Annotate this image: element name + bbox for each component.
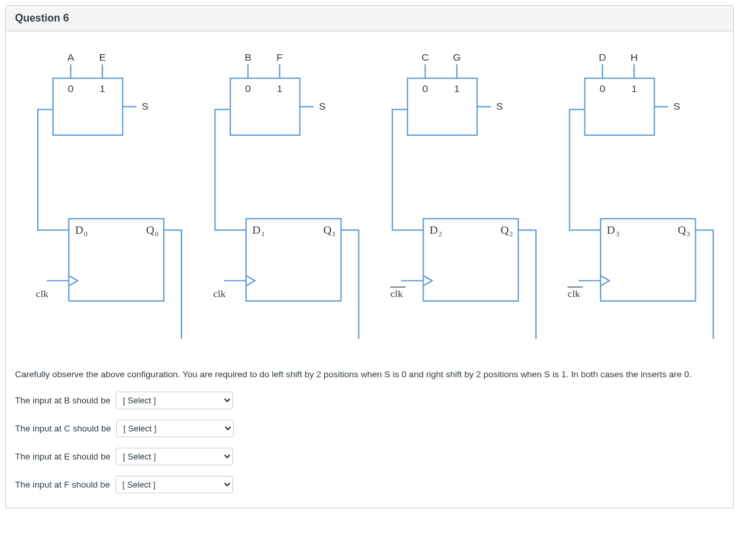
mux-box	[53, 78, 123, 135]
ff-d-sub: 1	[261, 230, 264, 238]
prompt-e-label: The input at E should be	[15, 452, 110, 461]
ff-clk-label: clk	[390, 288, 403, 299]
mux-top-a: A	[67, 52, 74, 63]
stage-0: AE01SD0Q0clk	[36, 52, 181, 339]
ff-clk-label: clk	[36, 288, 48, 299]
clk-triangle-icon	[69, 275, 78, 286]
prompt-row-b: The input at B should be [ Select ]	[15, 392, 724, 409]
wire-q-out	[518, 230, 536, 339]
select-c[interactable]: [ Select ]	[116, 420, 234, 437]
prompt-row-c: The input at C should be [ Select ]	[15, 420, 724, 437]
ff-d-label: D	[430, 223, 438, 236]
mux-sel: S	[673, 101, 680, 112]
prompt-b-label: The input at B should be	[15, 396, 110, 405]
select-e[interactable]: [ Select ]	[116, 448, 233, 465]
ff-d-label: D	[607, 223, 616, 236]
mux-top-a: B	[245, 52, 251, 63]
ff-d-label: D	[253, 223, 261, 236]
ff-clk-label: clk	[567, 288, 580, 299]
ff-q-label: Q	[146, 223, 155, 236]
select-b[interactable]: [ Select ]	[116, 392, 233, 409]
mux-in1: 1	[454, 83, 460, 94]
ff-d-sub: 0	[84, 230, 87, 238]
clk-triangle-icon	[246, 275, 255, 286]
question-body: .box { fill:none; stroke:#5b9bd5; stroke…	[6, 31, 733, 508]
mux-top-b: H	[631, 52, 638, 63]
mux-in1: 1	[277, 83, 283, 94]
mux-sel: S	[319, 101, 325, 112]
ff-q-sub: 3	[687, 230, 690, 238]
stage-2: CG01SD2Q2clk	[390, 52, 536, 339]
ff-d-sub: 2	[439, 230, 442, 238]
wire-q-out	[695, 230, 713, 339]
instruction-text: Carefully observe the above configuratio…	[15, 369, 724, 381]
wire-q-out	[341, 230, 358, 339]
mux-in0: 0	[245, 83, 251, 94]
mux-top-b: F	[277, 52, 283, 63]
ff-q-label: Q	[501, 223, 509, 236]
ff-q-sub: 1	[332, 230, 336, 238]
mux-top-a: C	[422, 52, 429, 63]
mux-in0: 0	[422, 83, 428, 94]
question-card: Question 6 .box { fill:none; stroke:#5b9…	[5, 5, 734, 508]
mux-box	[407, 78, 477, 135]
ff-q-label: Q	[678, 223, 686, 236]
mux-box	[585, 78, 655, 135]
clk-triangle-icon	[423, 275, 432, 286]
mux-top-b: E	[99, 52, 106, 63]
clk-triangle-icon	[601, 275, 610, 286]
ff-d-sub: 3	[616, 230, 619, 238]
mux-top-a: D	[599, 52, 606, 63]
ff-q-sub: 0	[155, 230, 158, 238]
prompt-row-e: The input at E should be [ Select ]	[15, 448, 724, 465]
stage-3: DH01SD3Q3clk	[567, 52, 713, 339]
mux-in0: 0	[68, 83, 74, 94]
prompt-f-label: The input at F should be	[15, 480, 110, 490]
ff-q-label: Q	[323, 223, 332, 236]
ff-d-label: D	[75, 223, 84, 236]
stage-1: BF01SD1Q1clk	[213, 52, 358, 339]
prompt-row-f: The input at F should be [ Select ]	[15, 476, 724, 493]
ff-clk-label: clk	[213, 288, 225, 299]
prompt-c-label: The input at C should be	[15, 424, 111, 433]
mux-in1: 1	[99, 83, 105, 94]
wire-q-out	[164, 230, 181, 339]
mux-top-b: G	[453, 52, 461, 63]
circuit-diagram: .box { fill:none; stroke:#5b9bd5; stroke…	[15, 43, 724, 356]
mux-sel: S	[496, 101, 503, 112]
mux-in0: 0	[600, 83, 606, 94]
select-f[interactable]: [ Select ]	[116, 476, 233, 493]
question-title: Question 6	[6, 6, 733, 31]
mux-in1: 1	[631, 83, 637, 94]
mux-box	[230, 78, 300, 135]
ff-q-sub: 2	[509, 230, 512, 238]
mux-sel: S	[142, 101, 148, 112]
